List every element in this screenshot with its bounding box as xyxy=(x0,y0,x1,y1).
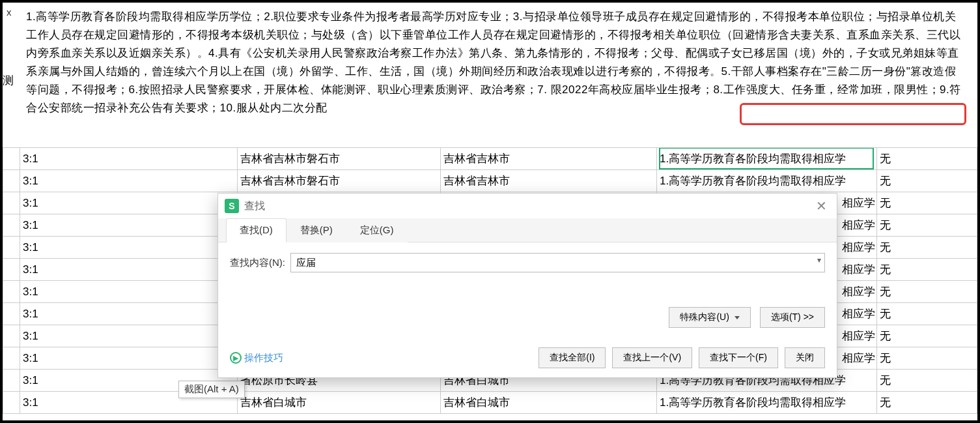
tab-find[interactable]: 查找(D) xyxy=(226,218,287,242)
cell[interactable]: 吉林省白城市 xyxy=(238,392,441,414)
close-icon[interactable]: ✕ xyxy=(812,197,830,215)
formula-bar-cancel[interactable]: x xyxy=(3,7,12,18)
cell[interactable] xyxy=(3,237,20,259)
table-row[interactable]: 3:1吉林省吉林市磐石市吉林省吉林市1.高等学历教育各阶段均需取得相应学无 xyxy=(3,170,977,192)
dialog-titlebar[interactable]: S 查找 ✕ xyxy=(218,194,837,218)
cell[interactable]: 3:1 xyxy=(20,237,238,259)
cell[interactable]: 3:1 xyxy=(20,347,238,370)
find-next-button[interactable]: 查找下一个(F) xyxy=(699,347,778,368)
cell[interactable]: 吉林省吉林市 xyxy=(441,170,657,192)
find-dialog: S 查找 ✕ 查找(D) 替换(P) 定位(G) 查找内容(N): ▾ 特殊内容… xyxy=(217,193,837,378)
dialog-tabstrip: 查找(D) 替换(P) 定位(G) xyxy=(218,218,837,242)
app-logo-icon: S xyxy=(225,199,239,213)
options-button[interactable]: 选项(T) >> xyxy=(760,307,825,328)
cell-expanded-text: 1.高等学历教育各阶段均需取得相应学历学位；2.职位要求专业条件为报考者最高学历… xyxy=(22,7,966,119)
tips-label: 操作技巧 xyxy=(244,352,283,364)
dialog-title: 查找 xyxy=(244,199,265,213)
find-prev-button[interactable]: 查找上一个(V) xyxy=(612,347,692,368)
cell[interactable] xyxy=(3,192,20,214)
cell[interactable]: 无 xyxy=(877,370,977,392)
cell[interactable]: 吉林省吉林市磐石市 xyxy=(238,148,441,170)
cell[interactable]: 无 xyxy=(877,259,977,281)
special-content-button[interactable]: 特殊内容(U) xyxy=(669,307,750,328)
cell[interactable]: 无 xyxy=(877,347,977,370)
cell[interactable]: 无 xyxy=(877,303,977,325)
cell[interactable]: 吉林省吉林市磐石市 xyxy=(238,170,441,192)
play-icon: ▶ xyxy=(230,352,242,364)
find-input[interactable] xyxy=(290,253,825,272)
tab-goto[interactable]: 定位(G) xyxy=(346,218,408,242)
cell[interactable]: 1.高等学历教育各阶段均需取得相应学 xyxy=(657,392,877,414)
cell[interactable]: 无 xyxy=(877,192,977,214)
find-input-label: 查找内容(N): xyxy=(230,257,285,269)
cell[interactable] xyxy=(3,325,20,347)
cell[interactable]: 3:1 xyxy=(20,192,238,214)
cell[interactable] xyxy=(3,170,20,192)
screenshot-tooltip: 截图(Alt + A) xyxy=(178,381,245,398)
cell[interactable]: 3:1 xyxy=(20,148,238,170)
cell[interactable]: 无 xyxy=(877,170,977,192)
cell[interactable]: 无 xyxy=(877,281,977,303)
tab-replace[interactable]: 替换(P) xyxy=(287,218,346,242)
cell[interactable]: 无 xyxy=(877,214,977,237)
cell[interactable]: 3:1 xyxy=(20,281,238,303)
cell[interactable]: 无 xyxy=(877,392,977,414)
cell[interactable]: 无 xyxy=(877,148,977,170)
cell[interactable]: 无 xyxy=(877,325,977,347)
cell[interactable] xyxy=(3,148,20,170)
cell[interactable] xyxy=(3,370,20,392)
cell[interactable]: 无 xyxy=(877,237,977,259)
close-button[interactable]: 关闭 xyxy=(785,347,825,368)
left-column-header: 测 xyxy=(3,73,14,88)
table-row[interactable]: 3:1吉林省吉林市磐石市吉林省吉林市1.高等学历教育各阶段均需取得相应学无 xyxy=(3,148,977,170)
cell[interactable] xyxy=(3,347,20,370)
cell[interactable]: 3:1 xyxy=(20,259,238,281)
tips-link[interactable]: ▶ 操作技巧 xyxy=(230,352,283,364)
find-all-button[interactable]: 查找全部(I) xyxy=(539,347,606,368)
cell[interactable]: 3:1 xyxy=(20,214,238,237)
cell[interactable]: 吉林省吉林市 xyxy=(441,148,657,170)
cell[interactable]: 3:1 xyxy=(20,303,238,325)
cell[interactable]: 吉林省白城市 xyxy=(441,392,657,414)
cell[interactable] xyxy=(3,281,20,303)
cell[interactable]: 1.高等学历教育各阶段均需取得相应学 xyxy=(657,148,877,170)
cell[interactable]: 1.高等学历教育各阶段均需取得相应学 xyxy=(657,170,877,192)
cell[interactable] xyxy=(3,259,20,281)
cell[interactable]: 3:1 xyxy=(20,325,238,347)
cell[interactable] xyxy=(3,392,20,414)
cell[interactable] xyxy=(3,303,20,325)
cell[interactable] xyxy=(3,214,20,237)
cell[interactable]: 3:1 xyxy=(20,170,238,192)
table-row[interactable]: 3:1吉林省白城市吉林省白城市1.高等学历教育各阶段均需取得相应学无 xyxy=(3,392,977,414)
